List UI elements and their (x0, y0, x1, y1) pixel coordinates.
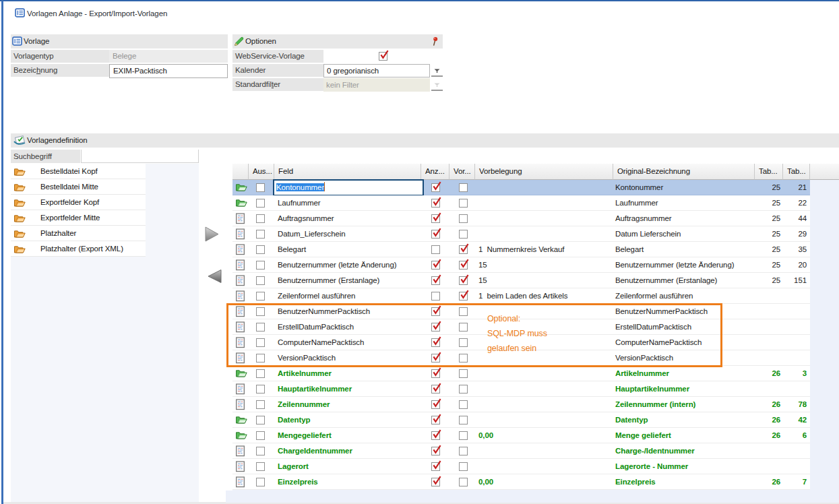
vorbelegung-cell: 15 (478, 257, 613, 272)
vor-checkbox[interactable] (459, 447, 468, 455)
column-header-Original-Bezeichnung[interactable]: Original-Bezeichnung (613, 164, 755, 180)
anz-checkbox[interactable] (431, 400, 440, 409)
move-right-button[interactable] (204, 226, 220, 244)
pin-icon[interactable] (431, 36, 439, 51)
vor-checkbox[interactable] (459, 292, 468, 301)
bezeichnung-label: Bezeichnung (11, 64, 109, 77)
folder-item-label: Bestelldatei Mitte (40, 179, 98, 194)
anz-checkbox[interactable] (431, 230, 440, 239)
aus-checkbox[interactable] (256, 183, 265, 192)
vor-checkbox[interactable] (459, 385, 468, 393)
vor-checkbox[interactable] (459, 478, 468, 486)
kalender-select[interactable]: 0 gregorianisch (323, 64, 430, 77)
standardfilter-select: kein Filter (323, 78, 430, 92)
vor-checkbox[interactable] (459, 431, 468, 440)
anz-checkbox[interactable] (431, 199, 440, 208)
table-row[interactable]: Einzelpreis0,00Einzelpreis267 (232, 474, 810, 490)
bezeichnung-input[interactable]: EXIM-Packtisch (109, 64, 228, 77)
aus-checkbox[interactable] (256, 199, 265, 208)
feld-cell: Zeilennummer (274, 397, 330, 412)
vor-checkbox[interactable] (459, 214, 468, 223)
aus-checkbox[interactable] (256, 369, 265, 378)
anz-checkbox[interactable] (431, 447, 440, 455)
column-header-Aus...[interactable]: Aus... (249, 164, 274, 180)
anz-checkbox[interactable] (431, 214, 440, 223)
anz-checkbox[interactable] (431, 431, 440, 440)
anz-checkbox[interactable] (431, 183, 440, 192)
aus-checkbox[interactable] (256, 400, 265, 409)
anz-checkbox[interactable] (431, 462, 440, 471)
vor-checkbox[interactable] (459, 230, 468, 239)
anz-checkbox[interactable] (431, 276, 440, 285)
table-row[interactable]: LaufnummerLaufnummer2522 (232, 195, 810, 211)
aus-checkbox[interactable] (256, 276, 265, 285)
table-row[interactable]: HauptartikelnummerHauptartikelnummer (232, 381, 810, 397)
aus-checkbox[interactable] (256, 478, 265, 486)
aus-checkbox[interactable] (256, 385, 265, 393)
table-row[interactable]: ChargeIdentnummerCharge-/Identnummer (232, 443, 810, 459)
tab1-cell: 26 (755, 474, 780, 489)
aus-checkbox[interactable] (256, 447, 265, 455)
anz-checkbox[interactable] (431, 261, 440, 270)
column-header-Tab...[interactable]: Tab... (783, 164, 810, 180)
folder-item[interactable]: Bestelldatei Mitte (11, 179, 146, 195)
vor-checkbox[interactable] (459, 245, 468, 254)
folder-item[interactable]: Bestelldatei Kopf (11, 164, 146, 179)
folder-item[interactable]: Platzhalter (11, 226, 146, 241)
vor-checkbox[interactable] (459, 400, 468, 409)
table-row[interactable]: DatentypDatentyp2642 (232, 412, 810, 428)
folder-item-label: Platzhalter (40, 226, 76, 241)
move-left-button[interactable] (207, 269, 223, 285)
webservice-checkbox[interactable] (379, 52, 387, 61)
table-row[interactable]: Datum_LieferscheinDatum Lieferschein2529 (232, 226, 810, 242)
vor-checkbox[interactable] (459, 416, 468, 424)
aus-checkbox[interactable] (256, 261, 265, 270)
aus-checkbox[interactable] (256, 214, 265, 223)
column-header-Feld[interactable]: Feld (274, 164, 421, 180)
aus-checkbox[interactable] (256, 431, 265, 440)
aus-checkbox[interactable] (256, 230, 265, 239)
table-row[interactable]: Benutzernummer (letzte Änderung)15Benutz… (232, 257, 810, 273)
anz-checkbox[interactable] (431, 292, 440, 301)
aus-checkbox[interactable] (256, 292, 265, 301)
vor-checkbox[interactable] (459, 369, 468, 378)
table-row[interactable]: Belegart1 Nummernkreis VerkaufBelegart25… (232, 242, 810, 257)
column-header-Tab...[interactable]: Tab... (755, 164, 783, 180)
table-row[interactable]: LagerortLagerorte - Nummer (232, 459, 810, 474)
aus-checkbox[interactable] (256, 245, 265, 254)
folder-item[interactable]: Platzhalter (Export XML) (11, 241, 146, 257)
tab2-cell: 29 (783, 226, 807, 241)
anz-checkbox[interactable] (431, 478, 440, 486)
folder-item[interactable]: Exportfelder Kopf (11, 195, 146, 210)
anz-checkbox[interactable] (431, 416, 440, 424)
folder-item[interactable]: Exportfelder Mitte (11, 210, 146, 226)
anz-checkbox[interactable] (431, 245, 440, 254)
vor-checkbox[interactable] (459, 199, 468, 208)
tab2-cell (783, 381, 807, 396)
table-row[interactable]: AuftragsnummerAuftragsnummer2544 (232, 211, 810, 226)
tab2-cell: 20 (783, 257, 807, 272)
aus-checkbox[interactable] (256, 462, 265, 471)
table-row[interactable]: ArtikelnummerArtikelnummer263 (232, 366, 810, 381)
table-row[interactable]: Zeilenformel ausführen1 beim Laden des A… (232, 288, 810, 304)
table-row[interactable]: Benutzernummer (Erstanlage)15Benutzernum… (232, 273, 810, 288)
table-row[interactable]: Mengegeliefert0,00Menge geliefert266 (232, 428, 810, 443)
vor-checkbox[interactable] (459, 276, 468, 285)
anz-checkbox[interactable] (431, 369, 440, 378)
kalender-dropdown-button[interactable] (431, 64, 443, 77)
suchbegriff-input[interactable] (81, 150, 199, 163)
vorlage-panel-header: Vorlage (11, 34, 228, 49)
table-row[interactable]: KontonummerKontonummer2521 (232, 180, 810, 195)
vor-checkbox[interactable] (459, 183, 468, 192)
anz-checkbox[interactable] (431, 385, 440, 393)
table-row[interactable]: ZeilennummerZeilennummer (intern)2678 (232, 397, 810, 412)
document-icon (235, 259, 245, 274)
aus-checkbox[interactable] (256, 416, 265, 424)
field-edit-box[interactable]: Kontonummer (273, 179, 424, 196)
column-header-Vor...[interactable]: Vor... (449, 164, 475, 180)
column-header-Anz...[interactable]: Anz... (421, 164, 449, 180)
vor-checkbox[interactable] (459, 462, 468, 471)
tab2-cell (783, 459, 807, 474)
column-header-Vorbelegung[interactable]: Vorbelegung (475, 164, 613, 180)
vor-checkbox[interactable] (459, 261, 468, 270)
